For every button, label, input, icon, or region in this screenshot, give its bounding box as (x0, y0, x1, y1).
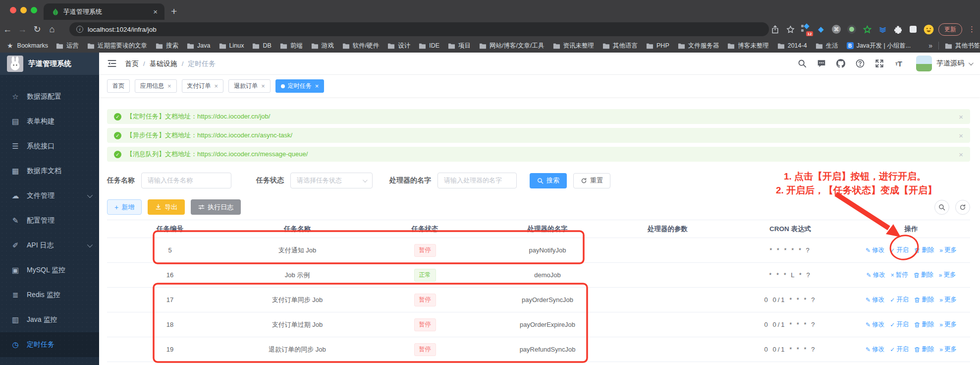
toggle-link[interactable]: ×暂停 (891, 271, 908, 279)
app-logo[interactable]: 芋道管理系统 (0, 53, 99, 75)
site-info-icon[interactable]: i (76, 26, 83, 33)
github-icon[interactable] (836, 59, 846, 68)
add-button[interactable]: +新增 (107, 199, 142, 215)
sidebar-item[interactable]: ≣ Redis 监控 (0, 283, 99, 307)
delete-link[interactable]: 删除 (914, 345, 934, 354)
browser-menu-icon[interactable]: ⋮ (967, 25, 977, 34)
bookmark-item-blue[interactable]: B Java开发 | 小组首... (847, 42, 911, 50)
bookmark-item[interactable]: 资讯未整理 (553, 42, 595, 50)
refresh-table-button[interactable] (955, 200, 970, 215)
more-link[interactable]: »更多 (939, 320, 957, 329)
bookmark-item[interactable]: 其他语言 (602, 42, 638, 50)
profile-avatar[interactable] (923, 24, 934, 35)
search-icon[interactable] (797, 59, 807, 68)
edit-link[interactable]: ✎修改 (866, 345, 884, 354)
share-icon[interactable] (769, 24, 780, 35)
help-icon[interactable] (855, 59, 865, 68)
layers-extension-icon[interactable] (877, 24, 888, 35)
more-link[interactable]: »更多 (939, 296, 957, 304)
delete-link[interactable]: 删除 (914, 320, 934, 329)
browser-tab[interactable]: 芋道管理系统 × (44, 3, 164, 20)
bookmark-item[interactable]: 2014-4 (777, 42, 807, 50)
hide-search-button[interactable] (934, 200, 949, 215)
bookmark-item[interactable]: DB (252, 42, 271, 50)
tab-group-icon[interactable] (908, 24, 919, 35)
reset-button[interactable]: 重置 (573, 173, 610, 188)
back-icon[interactable]: ← (0, 24, 15, 35)
sidebar-item[interactable]: ☁ 文件管理 (0, 183, 99, 208)
window-close-button[interactable] (10, 7, 16, 13)
sidebar-item[interactable]: ☰ 系统接口 (0, 134, 99, 159)
edit-link[interactable]: ✎修改 (866, 296, 884, 304)
edit-link[interactable]: ✎修改 (867, 271, 885, 279)
delete-link[interactable]: 删除 (914, 296, 934, 304)
export-button[interactable]: 导出 (148, 199, 185, 215)
grid-diamond-extension-icon[interactable]: 12 (800, 24, 811, 35)
bookmark-item[interactable]: 网站/博客/文章/工具 (479, 42, 544, 50)
bookmark-item[interactable]: 设计 (387, 42, 410, 50)
delete-link[interactable]: 删除 (914, 271, 933, 279)
more-link[interactable]: »更多 (939, 246, 957, 254)
more-link[interactable]: »更多 (939, 271, 956, 279)
bookmark-star-icon[interactable] (785, 24, 796, 35)
tag-view-item[interactable]: 定时任务 × (275, 79, 325, 93)
name-filter-input[interactable]: 请输入任务名称 (141, 173, 231, 188)
breadcrumb-item[interactable]: 基础设施 (150, 60, 177, 67)
sidebar-item[interactable]: ▥ Java 监控 (0, 307, 99, 332)
reload-icon[interactable]: ↻ (30, 24, 45, 35)
tag-view-item[interactable]: 应用信息 × (135, 79, 177, 93)
toggle-link[interactable]: ✓开启 (890, 296, 909, 304)
handler-filter-input[interactable]: 请输入处理器的名字 (437, 173, 517, 188)
bookmarks-overflow-icon[interactable]: » (928, 42, 932, 50)
sidebar-item[interactable]: ▤ 表单构建 (0, 109, 99, 134)
tag-view-item[interactable]: 退款订单 × (228, 79, 271, 93)
tab-close-icon[interactable]: × (151, 7, 160, 16)
bookmark-item[interactable]: Java (187, 42, 210, 50)
sidebar-item[interactable]: ▣ MySQL 监控 (0, 258, 99, 283)
close-icon[interactable]: × (261, 82, 265, 90)
bookmark-item[interactable]: Linux (219, 42, 244, 50)
bookmark-item[interactable]: 文件服务器 (678, 42, 719, 50)
star-extension-icon[interactable] (862, 24, 872, 35)
sidebar-item[interactable]: ▦ 数据库文档 (0, 159, 99, 183)
recorder-extension-icon[interactable] (846, 24, 857, 35)
tag-view-item[interactable]: 支付订单 × (182, 79, 224, 93)
bookmark-item[interactable]: 游戏 (311, 42, 334, 50)
bookmark-item[interactable]: 博客未整理 (727, 42, 769, 50)
sidebar-item[interactable]: ☆ 数据源配置 (0, 84, 99, 109)
delete-link[interactable]: 删除 (914, 246, 934, 254)
search-button[interactable]: 搜索 (530, 173, 567, 188)
toggle-link[interactable]: ✓开启 (890, 246, 909, 254)
toggle-link[interactable]: ✓开启 (890, 345, 909, 354)
fullscreen-icon[interactable] (874, 59, 884, 68)
bookmark-item[interactable]: IDE (419, 42, 439, 50)
sidebar-collapse-icon[interactable] (107, 59, 117, 68)
close-icon[interactable]: × (167, 82, 171, 90)
edit-link[interactable]: ✎修改 (866, 246, 884, 254)
sidebar-item[interactable]: ✎ 配置管理 (0, 208, 99, 233)
address-bar[interactable]: i localhost:1024/infra/job (69, 22, 769, 36)
more-link[interactable]: »更多 (939, 345, 957, 354)
close-icon[interactable]: × (315, 82, 319, 90)
update-button[interactable]: 更新 (938, 23, 962, 36)
gem-extension-icon[interactable]: ◆ (816, 24, 826, 35)
sidebar-item[interactable]: ◷ 定时任务 (0, 332, 99, 357)
other-bookmarks[interactable]: 其他书签 (945, 42, 980, 50)
bookmark-item[interactable]: 项目 (448, 42, 471, 50)
close-icon[interactable]: × (215, 82, 218, 90)
bookmark-item[interactable]: 软件/硬件 (342, 42, 379, 50)
home-icon[interactable]: ⌂ (45, 24, 59, 35)
new-tab-button[interactable]: + (171, 4, 177, 19)
bookmark-item[interactable]: 运营 (56, 42, 79, 50)
bookmark-item[interactable]: 近期需要读的文章 (87, 42, 147, 50)
bookmark-item[interactable]: 前端 (280, 42, 303, 50)
edit-link[interactable]: ✎修改 (866, 320, 884, 329)
close-icon[interactable]: × (959, 131, 963, 140)
toggle-link[interactable]: ✓开启 (890, 320, 909, 329)
tag-view-item[interactable]: 首页 × (107, 79, 130, 93)
user-menu[interactable]: 芋道源码 (916, 56, 972, 71)
message-icon[interactable] (817, 59, 826, 68)
font-size-icon[interactable]: тT (894, 59, 904, 68)
bookmark-item[interactable]: 搜索 (156, 42, 178, 50)
breadcrumb-item[interactable]: 首页 (125, 60, 139, 67)
